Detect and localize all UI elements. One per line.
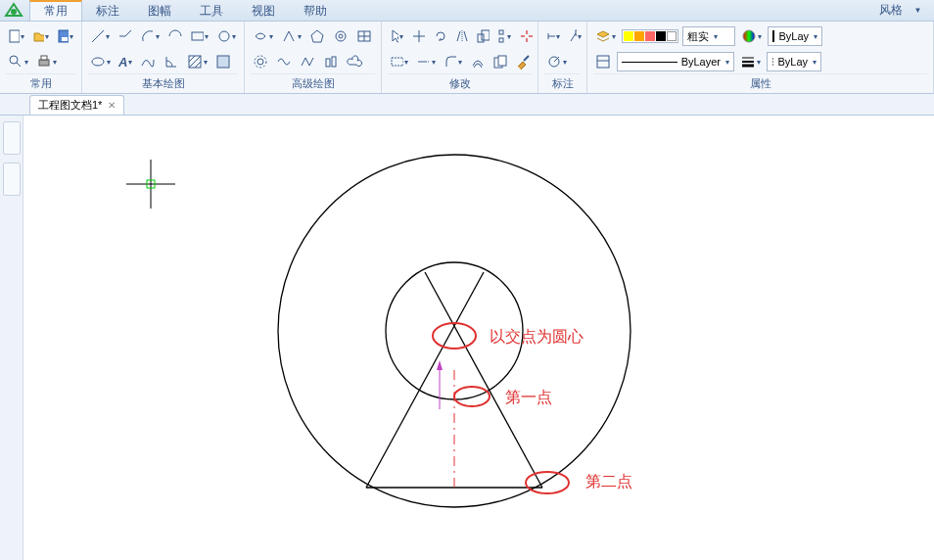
polygon-icon[interactable] [307,27,327,45]
color-swatch[interactable]: ▾ [739,27,764,45]
fill-icon[interactable] [213,53,233,70]
arc-icon[interactable]: ▾ [138,27,162,45]
layer-combo[interactable]: ByLay▾ [768,26,822,46]
trim-icon[interactable]: ▾ [388,53,410,70]
text-icon[interactable]: A▾ [117,53,134,70]
circle-icon[interactable]: ▾ [214,27,238,45]
adv2-icon[interactable]: ▾ [279,27,304,45]
arc2-icon[interactable] [165,27,184,45]
svg-point-55 [743,30,755,42]
print-icon[interactable]: ▾ [34,53,59,70]
group-label-modify: 修改 [388,73,532,93]
lineweight-combo[interactable]: 粗实▾ [682,26,735,46]
explode-icon[interactable] [517,27,535,45]
side-panel-btn-2[interactable] [3,163,21,196]
array-icon[interactable]: ▾ [495,27,513,45]
scale-icon[interactable] [474,27,491,45]
layer-icon[interactable]: ▾ [593,27,618,45]
linetype-combo-text: ByLayer [681,56,721,68]
offset-icon[interactable] [468,53,487,70]
ribbon: ▾ ▾ ▾ ▾ ▾ 常用 ▾ ▾ ▾ ▾ ▾ A▾ [0,22,934,94]
linetype-combo[interactable]: ByLayer▾ [617,52,734,71]
ellipse-icon[interactable]: ▾ [88,53,113,70]
copy-icon[interactable] [490,53,509,70]
style-dropdown[interactable]: ▼ [909,2,926,20]
svg-line-47 [524,56,529,61]
svg-rect-51 [576,30,577,35]
svg-line-8 [92,30,104,42]
svg-line-17 [195,62,201,68]
app-logo-icon [4,2,23,20]
svg-line-52 [571,33,576,41]
wave-icon[interactable] [274,53,294,70]
group-label-basic-draw: 基本绘图 [88,73,238,93]
group-label-adv-draw: 高级绘图 [251,73,375,93]
props-panel-icon[interactable] [593,53,613,70]
lineweight-label: 粗实 [687,29,709,44]
svg-rect-3 [62,37,68,41]
mirror-icon[interactable] [452,27,470,45]
group-label-properties: 属性 [593,73,927,93]
svg-rect-7 [41,56,47,60]
svg-rect-11 [192,32,204,40]
drawing-canvas[interactable]: 以交点为圆心 第一点 第二点 [23,116,934,560]
move-icon[interactable] [409,27,427,45]
group-label-annotate: 标注 [544,73,581,93]
donut-icon[interactable] [331,27,350,45]
lineweight2-combo[interactable]: ByLay▾ [767,52,821,71]
lineweight-icon[interactable]: ▾ [738,53,763,70]
doctab-close-icon[interactable]: ✕ [108,100,116,111]
fillet-icon[interactable]: ▾ [442,53,464,70]
tab-frame[interactable]: 图幅 [134,0,186,21]
svg-point-13 [92,58,104,66]
tab-view[interactable]: 视图 [238,0,290,21]
svg-rect-56 [597,56,609,68]
cloud-icon[interactable] [345,53,364,70]
svg-point-12 [219,31,229,41]
side-panel-btn-1[interactable] [3,121,21,155]
tab-tools[interactable]: 工具 [186,0,238,21]
annotation-center: 以交点为圆心 [490,327,584,348]
svg-point-20 [336,31,346,41]
svg-line-16 [189,56,201,68]
crosshair-cursor-icon [121,155,180,213]
tab-common[interactable]: 常用 [29,0,82,21]
new-doc-icon[interactable]: ▾ [6,27,26,45]
rect-icon[interactable]: ▾ [188,27,211,45]
dim-radial-icon[interactable]: ▾ [544,53,569,70]
svg-rect-33 [482,30,490,40]
spline-icon[interactable] [138,53,158,70]
svg-line-5 [17,63,21,67]
main-tabbar: 常用 标注 图幅 工具 视图 帮助 风格 ▼ [0,0,934,22]
side-panel [0,116,23,560]
annotation-p1: 第一点 [505,388,552,408]
table-icon[interactable] [354,27,374,45]
select-icon[interactable]: ▾ [388,27,405,45]
line-icon[interactable]: ▾ [88,27,112,45]
svg-rect-6 [39,60,49,66]
open-icon[interactable]: ▾ [30,27,51,45]
svg-point-4 [10,56,18,64]
adv7-icon[interactable] [321,53,341,70]
tab-help[interactable]: 帮助 [290,0,342,21]
polyline-icon[interactable] [116,27,134,45]
adv1-icon[interactable]: ▾ [251,27,275,45]
gear-icon[interactable] [251,53,270,70]
doctab[interactable]: 工程图文档1* ✕ [29,95,124,115]
layer-state-palette[interactable] [622,29,678,43]
rotate-icon[interactable] [431,27,448,45]
dim-leader-icon[interactable]: ▾ [566,27,584,45]
svg-rect-46 [498,56,506,66]
hatch-icon[interactable]: ▾ [185,53,210,70]
save-icon[interactable]: ▾ [55,27,75,45]
dim-linear-icon[interactable]: ▾ [544,27,562,45]
tab-annotate[interactable]: 标注 [82,0,134,21]
extend-icon[interactable]: ▾ [414,53,437,70]
adv6-icon[interactable] [298,53,317,70]
lineweight2-text: ByLay [777,56,808,68]
find-icon[interactable]: ▾ [6,53,30,70]
angle-icon[interactable] [162,53,181,70]
svg-rect-42 [392,58,403,66]
svg-marker-74 [437,360,443,370]
brush-icon[interactable] [513,53,532,70]
